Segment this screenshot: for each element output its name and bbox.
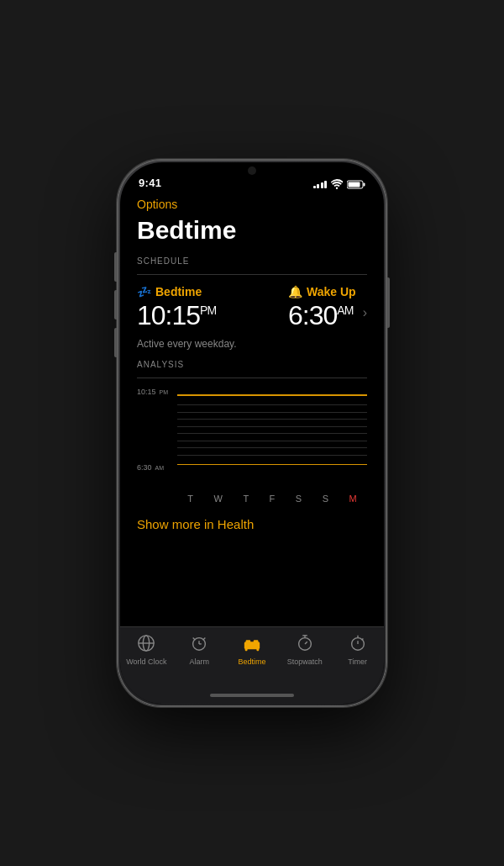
world-clock-icon — [137, 634, 155, 655]
main-content: Options Bedtime SCHEDULE 💤 Bedtime 10:15… — [120, 194, 384, 626]
stopwatch-label: Stopwatch — [287, 657, 323, 666]
chart-top-label: 10:15PM — [137, 388, 168, 396]
analysis-section-label: ANALYSIS — [137, 360, 367, 369]
notch — [202, 162, 302, 186]
tab-world-clock[interactable]: World Clock — [120, 634, 173, 666]
wakeup-content: 🔔 Wake Up 6:30AM — [288, 285, 356, 331]
day-labels: T W T F S S M — [137, 494, 367, 504]
tab-stopwatch[interactable]: Stopwatch — [278, 634, 331, 666]
alarm-icon — [190, 634, 208, 655]
chart-container: 10:15PM 6:30AM — [137, 388, 367, 488]
svg-rect-12 — [246, 640, 251, 644]
bedtime-icon: 💤 — [137, 285, 151, 298]
svg-line-19 — [305, 642, 307, 644]
signal-icon — [313, 180, 328, 188]
home-indicator — [120, 687, 384, 704]
svg-rect-2 — [349, 182, 360, 187]
wakeup-icon: 🔔 — [288, 285, 302, 298]
schedule-row: 💤 Bedtime 10:15PM 🔔 Wake Up 6: — [137, 285, 367, 331]
active-days: Active every weekday. — [137, 338, 367, 350]
bedtime-tab-label: Bedtime — [238, 657, 265, 666]
page-title: Bedtime — [137, 216, 367, 245]
phone-screen: 9:41 — [120, 162, 384, 704]
tab-bedtime[interactable]: Bedtime — [226, 634, 279, 666]
analysis-divider — [137, 378, 367, 378]
chart-bottom-label: 6:30AM — [137, 463, 164, 472]
status-icons — [313, 179, 366, 189]
phone-frame: 9:41 — [118, 160, 386, 706]
alarm-label: Alarm — [189, 657, 209, 666]
analysis-section: ANALYSIS 10:15PM 6:30AM — [137, 360, 367, 504]
tab-alarm[interactable]: Alarm — [173, 634, 226, 666]
options-link[interactable]: Options — [137, 198, 367, 211]
day-T1: T — [187, 494, 193, 504]
schedule-section-label: SCHEDULE — [137, 256, 367, 266]
svg-line-9 — [193, 638, 196, 641]
wifi-icon — [331, 179, 343, 189]
svg-rect-14 — [245, 648, 248, 651]
world-clock-label: World Clock — [126, 657, 166, 666]
day-T2: T — [243, 494, 249, 504]
wakeup-col[interactable]: 🔔 Wake Up 6:30AM › — [288, 285, 367, 331]
timer-icon — [349, 634, 367, 655]
wakeup-label: 🔔 Wake Up — [288, 285, 356, 298]
timer-label: Timer — [348, 657, 367, 666]
day-M: M — [349, 494, 357, 504]
bedtime-time: 10:15PM — [137, 300, 288, 331]
bedtime-col: 💤 Bedtime 10:15PM — [137, 285, 288, 331]
day-S1: S — [296, 494, 302, 504]
svg-rect-13 — [254, 640, 259, 644]
schedule-divider — [137, 274, 367, 275]
chart-horizontal-lines — [177, 401, 367, 458]
day-W: W — [213, 494, 222, 504]
svg-rect-15 — [256, 648, 259, 651]
bedtime-tab-icon — [243, 634, 261, 655]
home-bar — [210, 694, 294, 697]
status-time: 9:41 — [139, 177, 161, 189]
wakeup-time: 6:30AM — [288, 300, 356, 331]
tab-timer[interactable]: Timer — [331, 634, 384, 666]
chart-top-line — [177, 394, 367, 396]
wakeup-label-text: Wake Up — [307, 285, 356, 298]
tab-bar: World Clock Alarm — [120, 626, 384, 687]
chevron-right-icon: › — [363, 305, 367, 320]
svg-rect-1 — [364, 182, 365, 186]
day-S2: S — [323, 494, 328, 504]
chart-bottom-line — [177, 464, 367, 466]
stopwatch-icon — [296, 634, 314, 655]
svg-line-10 — [203, 638, 206, 641]
show-more-link[interactable]: Show more in Health — [137, 517, 367, 531]
battery-icon — [347, 180, 365, 189]
day-F: F — [270, 494, 276, 504]
bedtime-label: 💤 Bedtime — [137, 285, 288, 298]
bedtime-label-text: Bedtime — [155, 285, 202, 298]
chart-area — [177, 394, 367, 465]
